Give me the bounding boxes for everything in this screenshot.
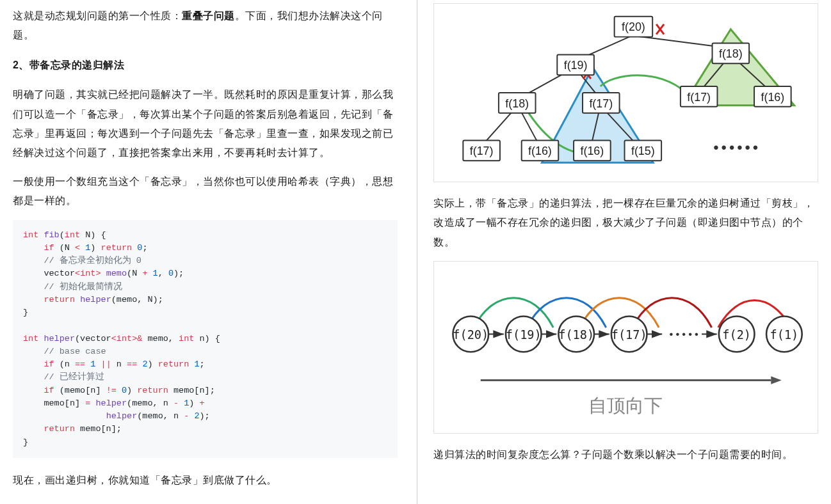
chain-node-3: f(17) — [611, 317, 647, 352]
para-draw-tree: 现在，画出递归树，你就知道「备忘录」到底做了什么。 — [13, 471, 398, 490]
node-f18a: f(18) — [499, 93, 536, 113]
green-curve-2 — [601, 75, 686, 93]
para-memo-array: 一般使用一个数组充当这个「备忘录」，当然你也可以使用哈希表（字典），思想都是一样… — [13, 172, 398, 211]
para-pruning: 实际上，带「备忘录」的递归算法，把一棵存在巨量冗余的递归树通过「剪枝」，改造成了… — [433, 194, 818, 252]
node-f17b: f(17) — [463, 140, 500, 161]
figure-recursion-tree: f(20) f(19) f(18) f(17) f(17) f(16) f(16… — [433, 3, 818, 182]
svg-text:f(19): f(19) — [506, 328, 542, 342]
svg-text:f(17): f(17) — [589, 97, 613, 110]
svg-text:f(17): f(17) — [470, 145, 494, 157]
heading-memo: 2、带备忘录的递归解法 — [13, 56, 398, 75]
chain-dots: ••••• — [670, 328, 701, 340]
chain-node-0: f(20) — [453, 317, 488, 352]
svg-text:f(20): f(20) — [453, 328, 488, 342]
node-f17a: f(17) — [583, 93, 620, 113]
svg-text:f(16): f(16) — [528, 145, 552, 157]
chain-caption: 自顶向下 — [589, 395, 663, 416]
chain-node-1: f(19) — [506, 317, 542, 352]
arc-red1 — [633, 298, 712, 327]
node-f20: f(20) — [615, 17, 653, 37]
red-cross-1 — [656, 24, 664, 35]
svg-text:f(18): f(18) — [505, 97, 529, 110]
right-column: f(20) f(19) f(18) f(17) f(17) f(16) f(16… — [417, 0, 831, 504]
svg-text:f(18): f(18) — [719, 47, 743, 60]
svg-text:f(20): f(20) — [622, 20, 645, 33]
node-f19: f(19) — [557, 54, 594, 75]
svg-marker-54 — [771, 377, 781, 384]
chain-node-2: f(18) — [558, 317, 594, 352]
left-column: 这就是动态规划问题的第一个性质：重叠子问题。下面，我们想办法解决这个问题。 2、… — [0, 0, 417, 504]
node-f16a: f(16) — [522, 140, 559, 161]
svg-text:f(2): f(2) — [722, 328, 751, 342]
svg-text:f(17): f(17) — [687, 91, 711, 104]
code-block: int fib(int N) { if (N < 1) return 0; //… — [13, 220, 398, 458]
p1b-bold: 重叠子问题 — [182, 10, 235, 21]
node-f18b: f(18) — [713, 43, 750, 64]
node-f17c: f(17) — [681, 86, 718, 107]
chain-node-5: f(1) — [766, 317, 802, 352]
para-overlap: 这就是动态规划问题的第一个性质：重叠子问题。下面，我们想办法解决这个问题。 — [13, 6, 398, 45]
tree-dots: •••••• — [713, 139, 761, 156]
chain-node-4: f(2) — [719, 317, 755, 352]
node-f15: f(15) — [625, 140, 662, 161]
svg-text:f(18): f(18) — [558, 328, 594, 342]
svg-text:f(16): f(16) — [761, 91, 784, 104]
para-memo-explain: 明确了问题，其实就已经把问题解决了一半。既然耗时的原因是重复计算，那么我们可以造… — [13, 85, 398, 163]
svg-text:f(19): f(19) — [564, 59, 588, 72]
svg-text:f(17): f(17) — [611, 328, 647, 342]
svg-text:f(1): f(1) — [770, 328, 799, 342]
para-complexity: 递归算法的时间复杂度怎么算？子问题个数乘以解决一个子问题需要的时间。 — [433, 445, 818, 464]
figure-top-down-chain: f(20) f(19) f(18) f(17) ••••• f(2) f(1) … — [433, 261, 818, 434]
p1a: 这就是动态规划问题的第一个性质： — [13, 10, 182, 21]
node-f16b: f(16) — [574, 140, 611, 161]
node-f16c: f(16) — [754, 86, 791, 107]
svg-text:f(16): f(16) — [581, 145, 604, 157]
svg-text:f(15): f(15) — [631, 145, 655, 157]
